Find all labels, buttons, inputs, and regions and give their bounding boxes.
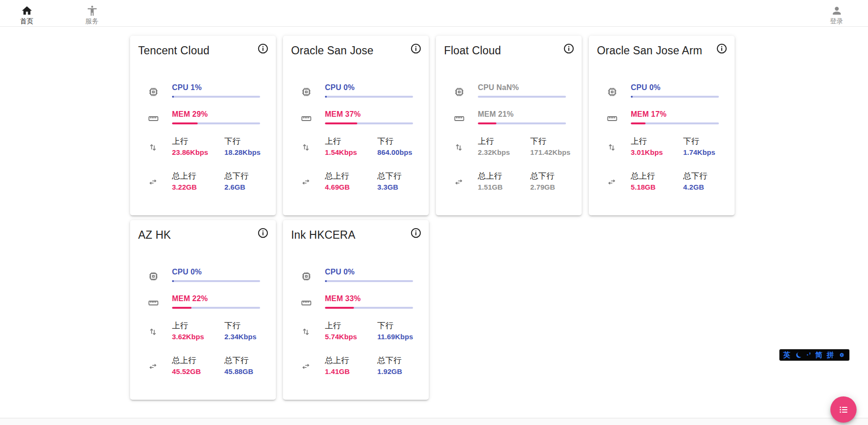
download-rate-value: 864.00bps	[377, 148, 413, 157]
info-icon[interactable]	[257, 42, 269, 55]
server-name: Tencent Cloud	[138, 43, 210, 58]
swap-vertical-icon	[148, 142, 159, 153]
mem-progress-bar	[325, 122, 413, 124]
mem-usage-text: MEM 29%	[172, 110, 260, 119]
cpu-usage-text: CPU 0%	[631, 83, 719, 92]
ime-settings-gear-icon[interactable]	[838, 351, 846, 359]
server-name: Float Cloud	[444, 43, 501, 58]
home-icon	[21, 5, 33, 17]
mem-progress-bar	[172, 122, 260, 124]
mem-row: MEM 33%	[291, 294, 413, 309]
server-name: Ink HKCERA	[291, 228, 355, 242]
ime-pinyin-mode[interactable]: 拼	[827, 349, 834, 361]
card-header: Oracle San Jose	[283, 36, 429, 58]
card-metrics: CPU 1% MEM 29%	[130, 83, 276, 192]
swap-horizontal-icon	[301, 176, 312, 188]
ime-toolbar: 英 ·’ 简 拼	[779, 349, 849, 361]
total-upload-value: 3.22GB	[172, 183, 224, 192]
mem-usage-text: MEM 17%	[631, 110, 719, 119]
total-download-value: 4.2GB	[683, 183, 719, 192]
total-upload-value: 5.18GB	[631, 183, 683, 192]
cpu-chip-icon	[148, 271, 159, 282]
network-total-row: 总上行 4.69GB 总下行 3.3GB	[291, 171, 413, 192]
download-label: 下行	[683, 136, 719, 146]
card-header: Ink HKCERA	[283, 220, 429, 242]
swap-vertical-icon	[606, 142, 618, 153]
page-footer	[0, 418, 868, 425]
swap-vertical-icon	[301, 142, 312, 153]
download-label: 下行	[377, 321, 413, 331]
ime-punctuation-mode[interactable]: ·’	[807, 349, 811, 361]
ime-english-mode[interactable]: 英	[783, 349, 790, 361]
mem-usage-text: MEM 37%	[325, 110, 413, 119]
ime-simplified-mode[interactable]: 简	[815, 349, 822, 361]
total-upload-label: 总上行	[631, 171, 683, 181]
card-header: Float Cloud	[436, 36, 582, 58]
network-rate-row: 上行 3.62Kbps 下行 2.34Kbps	[138, 321, 260, 341]
upload-rate-value: 1.54Kbps	[325, 148, 377, 157]
card-metrics: CPU 0% MEM 22%	[130, 267, 276, 376]
nav-item-home[interactable]: 首页	[12, 2, 41, 25]
mem-progress-fill	[325, 307, 354, 309]
mem-progress-bar	[172, 307, 260, 309]
mem-progress-bar	[478, 122, 566, 124]
memory-ruler-icon	[148, 297, 159, 309]
network-rate-row: 上行 5.74Kbps 下行 11.69Kbps	[291, 321, 413, 341]
total-download-value: 1.92GB	[377, 367, 413, 376]
info-icon[interactable]	[257, 227, 269, 239]
cpu-progress-fill	[325, 280, 327, 282]
upload-rate-value: 2.32Kbps	[478, 148, 530, 157]
upload-label: 上行	[478, 136, 530, 146]
cpu-progress-fill	[172, 96, 174, 98]
memory-ruler-icon	[301, 297, 312, 309]
cpu-row: CPU NaN%	[444, 83, 566, 98]
swap-horizontal-icon	[606, 176, 618, 188]
nav-item-login[interactable]: 登录	[822, 2, 851, 25]
network-rate-row: 上行 1.54Kbps 下行 864.00bps	[291, 136, 413, 157]
nav-login-label: 登录	[830, 17, 843, 25]
cpu-usage-text: CPU 0%	[172, 267, 260, 276]
server-card: Oracle San Jose Arm	[589, 36, 735, 215]
mem-progress-bar	[325, 307, 413, 309]
network-total-row: 总上行 3.22GB 总下行 2.6GB	[138, 171, 260, 192]
cpu-chip-icon	[301, 271, 312, 282]
moon-icon[interactable]	[795, 351, 802, 359]
total-download-label: 总下行	[224, 171, 260, 181]
server-card: Tencent Cloud CPU 1	[130, 36, 276, 215]
cpu-usage-text: CPU 0%	[325, 267, 413, 276]
cpu-chip-icon	[454, 86, 465, 98]
network-total-row: 总上行 1.51GB 总下行 2.79GB	[444, 171, 566, 192]
upload-rate-value: 3.62Kbps	[172, 333, 224, 341]
download-rate-value: 2.34Kbps	[224, 333, 260, 341]
mem-progress-bar	[631, 122, 719, 124]
nav-services-label: 服务	[85, 17, 99, 25]
info-icon[interactable]	[410, 42, 422, 55]
info-icon[interactable]	[716, 42, 728, 55]
swap-horizontal-icon	[454, 176, 465, 188]
info-icon[interactable]	[563, 42, 575, 55]
total-download-label: 总下行	[530, 171, 566, 181]
memory-ruler-icon	[606, 113, 618, 124]
card-header: Oracle San Jose Arm	[589, 36, 735, 58]
swap-horizontal-icon	[148, 176, 159, 188]
info-icon[interactable]	[410, 227, 422, 239]
download-label: 下行	[224, 136, 261, 146]
cpu-usage-text: CPU 1%	[172, 83, 260, 92]
total-download-label: 总下行	[377, 355, 413, 365]
total-upload-label: 总上行	[172, 355, 224, 365]
total-download-value: 45.88GB	[224, 367, 260, 376]
total-download-value: 2.6GB	[224, 183, 260, 192]
total-upload-value: 4.69GB	[325, 183, 377, 192]
network-rate-row: 上行 2.32Kbps 下行 171.42Kbps	[444, 136, 566, 157]
total-upload-value: 45.52GB	[172, 367, 224, 376]
mem-progress-fill	[325, 122, 357, 124]
total-upload-label: 总上行	[325, 171, 377, 181]
mem-row: MEM 21%	[444, 110, 566, 124]
swap-vertical-icon	[301, 326, 312, 337]
download-rate-value: 18.28Kbps	[224, 148, 261, 157]
nav-item-services[interactable]: 服务	[78, 2, 106, 25]
account-icon	[831, 5, 843, 17]
memory-ruler-icon	[148, 113, 159, 124]
mem-progress-fill	[172, 307, 192, 309]
server-list-fab-button[interactable]	[830, 396, 857, 423]
